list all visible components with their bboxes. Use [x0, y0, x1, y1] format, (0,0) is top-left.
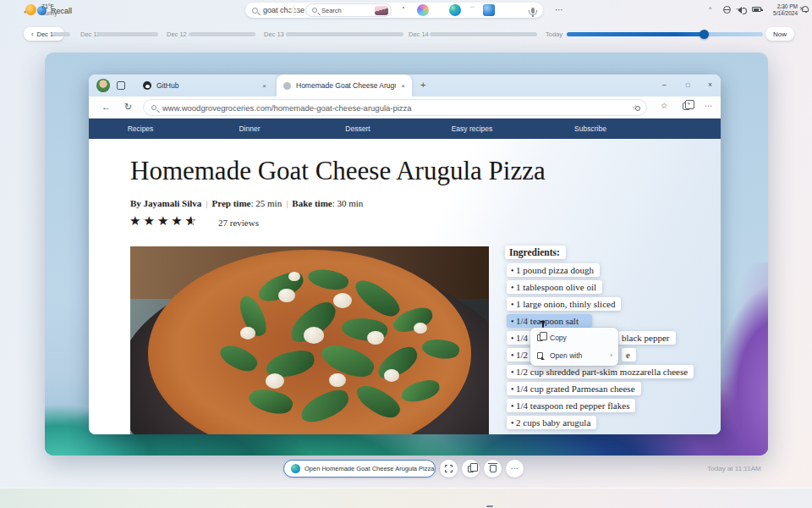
clock[interactable]: 2:30 PM 5/14/2024 — [765, 3, 798, 17]
ingredient-item[interactable]: 1/4 cup grated Parmesan cheese — [507, 382, 641, 395]
ingredients-header[interactable]: Ingredients: — [505, 246, 566, 259]
author: By Jayamali Silva — [130, 198, 201, 208]
ellipsis-icon: ⋯ — [511, 465, 519, 472]
edge-icon — [291, 464, 300, 473]
bookmark-star-icon[interactable]: ☆ — [632, 103, 639, 112]
star-icon: ★ — [157, 213, 171, 229]
tray-date: 5/14/2024 — [765, 10, 798, 17]
snip-button[interactable] — [440, 460, 458, 478]
address-bar[interactable]: www.woodgrovegroceries.com/homemade-goat… — [143, 99, 647, 116]
ingredient-item[interactable]: 1 tablespoon olive oil — [507, 280, 602, 294]
ingredient-item[interactable]: 1 large onion, thinly sliced — [507, 297, 621, 311]
snapshot-preview: GitHub × Homemade Goat Cheese Arugula Pi… — [45, 52, 768, 456]
weather-sun-icon[interactable] — [25, 4, 36, 15]
open-button-label: Open Homemade Goat Cheese Arugula Pizza — [304, 465, 434, 472]
recall-taskbar-icon[interactable] — [483, 4, 495, 16]
browser-minimize-button[interactable]: – — [662, 80, 667, 89]
network-icon[interactable] — [723, 6, 731, 14]
search-icon — [252, 8, 258, 14]
nav-item-dinner[interactable]: Dinner — [239, 124, 260, 133]
edge-taskbar-icon[interactable] — [449, 4, 461, 16]
copy-button[interactable] — [462, 460, 480, 478]
ingredient-item-partial[interactable]: e — [622, 348, 636, 362]
ingredient-item-selected[interactable]: 1/4 teaspoon salt — [507, 314, 592, 328]
nav-item-easy-recipes[interactable]: Easy recipes — [452, 124, 493, 133]
half-star-icon: ☆★ — [185, 213, 199, 229]
tab-close-icon[interactable]: × — [401, 82, 405, 90]
open-snapshot-button[interactable]: Open Homemade Goat Cheese Arugula Pizza … — [283, 460, 436, 478]
ingredient-item-partial[interactable]: black pepper — [617, 331, 676, 345]
collections-icon[interactable] — [683, 102, 690, 110]
url-text: www.woodgrovegroceries.com/homemade-goat… — [162, 103, 626, 113]
search-icon — [312, 8, 317, 13]
nav-item-recipes[interactable]: Recipes — [128, 124, 154, 133]
more-button[interactable]: ⋯ — [506, 460, 524, 478]
new-tab-button[interactable]: + — [420, 80, 425, 90]
browser-back-button[interactable]: ← — [102, 102, 111, 112]
chevron-right-icon: › — [610, 351, 612, 359]
tab-close-icon[interactable]: × — [262, 82, 266, 90]
bake-label: Bake time — [292, 198, 332, 208]
volume-icon[interactable] — [738, 7, 742, 14]
timeline-segment[interactable] — [189, 32, 255, 36]
timeline-date-label: Dec 12 — [167, 30, 187, 38]
browser-refresh-button[interactable]: ↻ — [124, 102, 132, 113]
ingredient-item[interactable]: 1/2 cup shredded part-skim mozzarella ch… — [507, 365, 694, 378]
delete-button[interactable] — [484, 460, 502, 478]
site-nav-bar — [89, 119, 721, 139]
search-icon — [151, 105, 156, 110]
microphone-icon[interactable] — [531, 8, 535, 14]
weather-temperature[interactable]: 71°F — [41, 3, 54, 9]
more-options-button[interactable]: ⋯ — [555, 5, 564, 14]
tab-favicon — [283, 82, 291, 90]
snapshot-timestamp: Today at 11:11AM — [696, 465, 772, 472]
star-icon: ★ — [143, 213, 156, 229]
browser-settings-icon[interactable]: ⋯ — [705, 101, 713, 110]
snip-icon — [445, 465, 453, 472]
taskbar-search[interactable]: Search — [305, 3, 392, 17]
weather-condition[interactable]: Sunny — [41, 10, 57, 16]
nav-item-dessert[interactable]: Dessert — [345, 124, 370, 133]
timeline-segment[interactable] — [430, 32, 537, 36]
copy-icon — [537, 334, 543, 341]
chevron-left-icon: ‹ — [31, 30, 34, 38]
browser-maximize-button[interactable]: □ — [686, 81, 690, 89]
tray-time: 2:30 PM — [765, 3, 798, 10]
now-label: Now — [773, 30, 787, 38]
copilot-icon[interactable] — [417, 4, 429, 16]
ingredient-item[interactable]: 1 pound pizza dough — [507, 263, 600, 277]
github-icon — [143, 81, 151, 90]
battery-icon[interactable] — [752, 7, 761, 12]
browser-close-button[interactable]: × — [708, 80, 712, 89]
star-rating: ★★★★☆★ — [129, 213, 199, 229]
ingredient-item[interactable]: 1/4 teaspoon red pepper flakes — [507, 399, 635, 412]
browser-profile-avatar[interactable] — [96, 79, 110, 92]
search-highlight-image[interactable] — [375, 6, 388, 15]
recipe-byline: By Jayamali Silva|Prep time: 25 min|Bake… — [130, 198, 363, 208]
tab-overview-icon[interactable] — [117, 81, 125, 90]
timeline-slider-thumb[interactable] — [700, 30, 709, 39]
context-menu-copy[interactable]: Copy — [530, 329, 618, 346]
timeline-segment[interactable] — [53, 32, 70, 36]
context-menu-open-with[interactable]: Open with › — [530, 346, 618, 364]
timeline-segment[interactable] — [97, 32, 158, 36]
open-with-icon — [537, 352, 543, 359]
now-button[interactable]: Now — [765, 27, 794, 41]
taskbar-search-label: Search — [321, 7, 370, 14]
tab-github[interactable]: GitHub × — [136, 75, 273, 97]
open-with-label: Open with — [550, 351, 582, 360]
notifications-bell-icon[interactable] — [802, 6, 809, 12]
timeline-slider-track[interactable] — [567, 32, 763, 36]
ingredient-item[interactable]: 2 cups baby arugula — [507, 416, 596, 429]
tab-recipe[interactable]: Homemade Goat Cheese Arugula Pizz × — [277, 75, 412, 97]
trash-icon — [490, 465, 497, 472]
copy-label: Copy — [550, 334, 567, 342]
reviews-count[interactable]: 27 reviews — [218, 218, 259, 228]
recipe-photo — [130, 246, 489, 434]
star-icon: ★ — [129, 213, 143, 229]
taskbar — [0, 488, 812, 508]
favorites-icon[interactable]: ☆ — [661, 101, 668, 110]
tray-chevron-up-icon[interactable]: ^ — [709, 6, 711, 12]
timeline-segment[interactable] — [286, 32, 403, 36]
nav-item-subscribe[interactable]: Subscribe — [574, 124, 606, 133]
